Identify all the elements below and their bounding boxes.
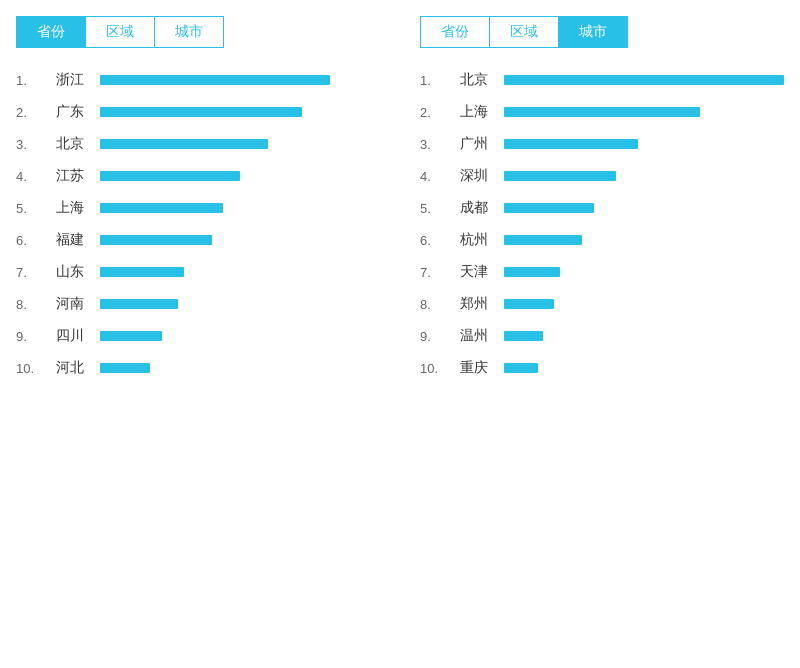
region-name: 杭州 xyxy=(460,231,496,249)
panel-right: 省份区域城市1.北京2.上海3.广州4.深圳5.成都6.杭州7.天津8.郑州9.… xyxy=(420,16,784,384)
bar xyxy=(100,235,212,245)
list-item: 2.广东 xyxy=(16,96,380,128)
bar xyxy=(504,75,784,85)
rank-label: 3. xyxy=(420,137,452,152)
region-name: 上海 xyxy=(56,199,92,217)
rank-label: 1. xyxy=(420,73,452,88)
region-name: 河北 xyxy=(56,359,92,377)
rank-label: 5. xyxy=(16,201,48,216)
bar xyxy=(100,171,240,181)
region-name: 成都 xyxy=(460,199,496,217)
bar xyxy=(100,363,150,373)
bar-wrap xyxy=(504,107,784,117)
bar xyxy=(504,267,560,277)
bar xyxy=(504,171,616,181)
list-item: 3.广州 xyxy=(420,128,784,160)
list-item: 1.浙江 xyxy=(16,64,380,96)
rank-label: 2. xyxy=(16,105,48,120)
panel-left: 省份区域城市1.浙江2.广东3.北京4.江苏5.上海6.福建7.山东8.河南9.… xyxy=(16,16,380,384)
list-item: 9.四川 xyxy=(16,320,380,352)
list-item: 6.杭州 xyxy=(420,224,784,256)
region-name: 北京 xyxy=(460,71,496,89)
rank-label: 10. xyxy=(420,361,452,376)
list-item: 3.北京 xyxy=(16,128,380,160)
bar-wrap xyxy=(100,267,380,277)
list-item: 7.山东 xyxy=(16,256,380,288)
list-item: 8.郑州 xyxy=(420,288,784,320)
region-name: 江苏 xyxy=(56,167,92,185)
list-item: 4.深圳 xyxy=(420,160,784,192)
rank-label: 9. xyxy=(420,329,452,344)
bar-wrap xyxy=(504,331,784,341)
bar-wrap xyxy=(100,235,380,245)
list-item: 7.天津 xyxy=(420,256,784,288)
tab-right-2[interactable]: 城市 xyxy=(559,16,628,48)
rank-label: 1. xyxy=(16,73,48,88)
region-name: 河南 xyxy=(56,295,92,313)
bar xyxy=(504,331,543,341)
tab-right-0[interactable]: 省份 xyxy=(420,16,490,48)
bar xyxy=(504,139,638,149)
bar xyxy=(100,299,178,309)
main-container: 省份区域城市1.浙江2.广东3.北京4.江苏5.上海6.福建7.山东8.河南9.… xyxy=(16,16,784,384)
tab-left-1[interactable]: 区域 xyxy=(86,16,155,48)
rank-label: 7. xyxy=(420,265,452,280)
list-item: 10.河北 xyxy=(16,352,380,384)
rank-label: 4. xyxy=(16,169,48,184)
bar-wrap xyxy=(100,363,380,373)
tabs-right: 省份区域城市 xyxy=(420,16,784,48)
rank-label: 9. xyxy=(16,329,48,344)
rank-label: 8. xyxy=(16,297,48,312)
tab-left-2[interactable]: 城市 xyxy=(155,16,224,48)
list-item: 6.福建 xyxy=(16,224,380,256)
region-name: 深圳 xyxy=(460,167,496,185)
bar xyxy=(504,299,554,309)
bar-wrap xyxy=(504,235,784,245)
bar-wrap xyxy=(504,171,784,181)
rank-label: 6. xyxy=(420,233,452,248)
rank-label: 4. xyxy=(420,169,452,184)
tab-left-0[interactable]: 省份 xyxy=(16,16,86,48)
region-name: 福建 xyxy=(56,231,92,249)
region-name: 山东 xyxy=(56,263,92,281)
list-item: 9.温州 xyxy=(420,320,784,352)
list-item: 5.成都 xyxy=(420,192,784,224)
bar xyxy=(504,363,538,373)
rank-label: 7. xyxy=(16,265,48,280)
bar-wrap xyxy=(100,299,380,309)
bar-wrap xyxy=(100,75,380,85)
region-name: 天津 xyxy=(460,263,496,281)
region-name: 上海 xyxy=(460,103,496,121)
region-name: 温州 xyxy=(460,327,496,345)
bar-wrap xyxy=(100,107,380,117)
rank-label: 3. xyxy=(16,137,48,152)
bar-wrap xyxy=(504,75,784,85)
bar xyxy=(100,203,223,213)
rank-label: 2. xyxy=(420,105,452,120)
bar xyxy=(504,203,594,213)
rank-label: 8. xyxy=(420,297,452,312)
list-item: 1.北京 xyxy=(420,64,784,96)
region-name: 广州 xyxy=(460,135,496,153)
bar xyxy=(100,331,162,341)
region-name: 北京 xyxy=(56,135,92,153)
rank-label: 5. xyxy=(420,201,452,216)
bar-wrap xyxy=(504,363,784,373)
bar-wrap xyxy=(100,331,380,341)
region-name: 浙江 xyxy=(56,71,92,89)
list-item: 5.上海 xyxy=(16,192,380,224)
region-name: 重庆 xyxy=(460,359,496,377)
bar xyxy=(504,107,700,117)
bar-wrap xyxy=(100,203,380,213)
bar-wrap xyxy=(100,139,380,149)
list-item: 8.河南 xyxy=(16,288,380,320)
bar-wrap xyxy=(504,139,784,149)
bar-wrap xyxy=(100,171,380,181)
bar xyxy=(100,107,302,117)
region-name: 广东 xyxy=(56,103,92,121)
region-name: 四川 xyxy=(56,327,92,345)
region-name: 郑州 xyxy=(460,295,496,313)
rank-label: 10. xyxy=(16,361,48,376)
tab-right-1[interactable]: 区域 xyxy=(490,16,559,48)
bar xyxy=(100,75,330,85)
